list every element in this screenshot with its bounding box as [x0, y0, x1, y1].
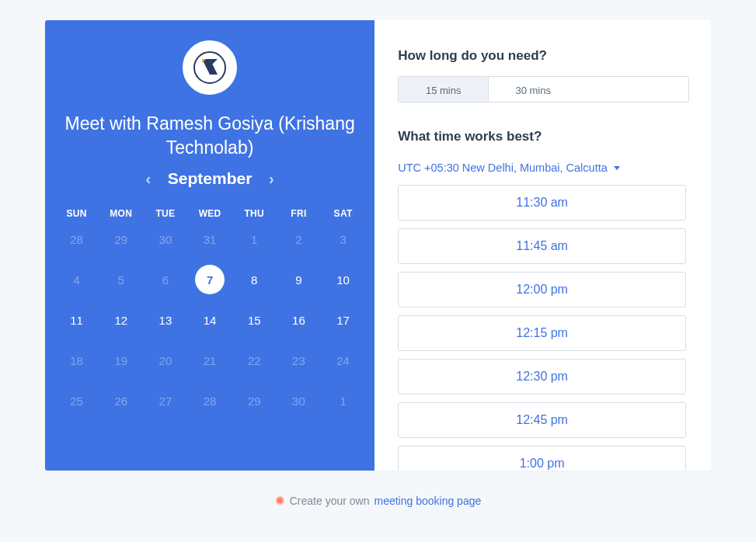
- booking-card: Meet with Ramesh Gosiya (Krishang Techno…: [45, 20, 711, 471]
- next-month-button[interactable]: ›: [263, 170, 280, 187]
- calendar-day: 26: [99, 380, 143, 421]
- calendar-day[interactable]: 15: [232, 300, 277, 340]
- calendar-day: 31: [188, 219, 232, 259]
- calendar-day: 30: [143, 219, 187, 259]
- hubspot-icon: ✺: [275, 494, 285, 508]
- calendar-day: 24: [321, 340, 365, 380]
- calendar-day: 5: [99, 259, 143, 300]
- calendar-day: 3: [321, 219, 365, 259]
- duration-option[interactable]: 30 mins: [488, 77, 577, 102]
- time-heading: What time works best?: [398, 129, 689, 144]
- calendar-day: 27: [143, 380, 187, 421]
- calendar-day: 4: [54, 259, 99, 300]
- timezone-selector[interactable]: UTC +05:30 New Delhi, Mumbai, Calcutta: [398, 162, 689, 174]
- calendar-day: 30: [277, 380, 321, 421]
- footer: ✺ Create your own meeting booking page: [275, 494, 482, 508]
- calendar-day: 1: [321, 380, 365, 421]
- day-of-week-label: THU: [232, 208, 277, 219]
- calendar-day: 2: [277, 219, 321, 259]
- duration-option[interactable]: 15 mins: [399, 77, 488, 102]
- calendar-day: 23: [277, 340, 321, 380]
- calendar-day[interactable]: 14: [188, 300, 232, 340]
- time-slot-list: 11:30 am11:45 am12:00 pm12:15 pm12:30 pm…: [398, 185, 689, 471]
- month-nav: ‹ September ›: [140, 169, 280, 188]
- calendar-day[interactable]: 10: [321, 259, 365, 300]
- calendar-grid: SUNMONTUEWEDTHUFRISAT 282930311234567891…: [45, 188, 375, 421]
- time-slot[interactable]: 12:30 pm: [398, 359, 686, 394]
- calendar-day: 6: [143, 259, 187, 300]
- timezone-label: UTC +05:30 New Delhi, Mumbai, Calcutta: [398, 162, 608, 174]
- logo-icon: [193, 51, 226, 84]
- day-of-week-label: TUE: [143, 208, 187, 219]
- calendar-day: 1: [232, 219, 277, 259]
- prev-month-button[interactable]: ‹: [140, 170, 157, 187]
- calendar-day[interactable]: 12: [99, 300, 143, 340]
- day-of-week-label: FRI: [277, 208, 321, 219]
- day-of-week-label: WED: [188, 208, 232, 219]
- calendar-day[interactable]: 11: [54, 300, 99, 340]
- time-slot[interactable]: 11:45 am: [398, 228, 686, 264]
- calendar-day: 19: [99, 340, 143, 380]
- calendar-day: 18: [54, 340, 99, 380]
- brand-logo: [183, 40, 237, 95]
- time-slot[interactable]: 12:00 pm: [398, 272, 686, 307]
- month-label: September: [168, 169, 253, 188]
- time-panel: How long do you need? 15 mins30 mins Wha…: [375, 20, 711, 471]
- time-slot[interactable]: 1:00 pm: [398, 446, 686, 471]
- calendar-day: 20: [143, 340, 187, 380]
- caret-down-icon: [614, 166, 620, 170]
- calendar-day[interactable]: 8: [232, 259, 277, 300]
- footer-text: Create your own: [290, 495, 370, 507]
- time-slot[interactable]: 12:15 pm: [398, 315, 686, 351]
- calendar-day: 28: [54, 219, 99, 259]
- calendar-day: 25: [54, 380, 99, 421]
- calendar-day[interactable]: 13: [143, 300, 187, 340]
- calendar-day[interactable]: 16: [277, 300, 321, 340]
- calendar-day: 21: [188, 340, 232, 380]
- calendar-day[interactable]: 9: [277, 259, 321, 300]
- calendar-day: 22: [232, 340, 277, 380]
- day-of-week-label: SAT: [321, 208, 365, 219]
- calendar-day: 29: [232, 380, 277, 421]
- calendar-panel: Meet with Ramesh Gosiya (Krishang Techno…: [45, 20, 375, 471]
- meeting-title: Meet with Ramesh Gosiya (Krishang Techno…: [45, 112, 375, 160]
- duration-group: 15 mins30 mins: [398, 76, 689, 102]
- day-of-week-label: SUN: [54, 208, 99, 219]
- calendar-day: 29: [99, 219, 143, 259]
- time-slot[interactable]: 11:30 am: [398, 185, 686, 221]
- day-of-week-label: MON: [99, 208, 143, 219]
- calendar-day[interactable]: 7: [188, 259, 232, 300]
- time-slot[interactable]: 12:45 pm: [398, 402, 686, 438]
- calendar-day[interactable]: 17: [321, 300, 365, 340]
- footer-link[interactable]: meeting booking page: [374, 495, 481, 507]
- duration-heading: How long do you need?: [398, 48, 689, 64]
- calendar-day: 28: [188, 380, 232, 421]
